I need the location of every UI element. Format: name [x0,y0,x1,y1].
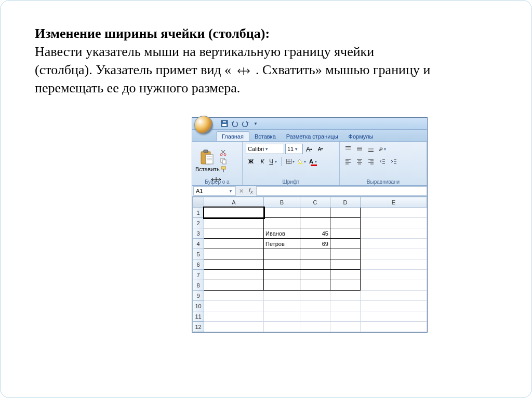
col-header-a[interactable]: A [204,197,264,208]
cell[interactable] [264,280,300,291]
select-all-corner[interactable] [193,197,204,208]
cell[interactable]: Петров [264,239,300,249]
cut-icon[interactable] [219,149,228,156]
cell[interactable] [330,208,361,218]
row-header[interactable]: 1 [193,208,204,218]
row-header[interactable]: 6 [193,259,204,270]
font-color-icon[interactable]: A ▾ [309,156,319,167]
save-icon[interactable] [220,119,229,128]
cell[interactable] [330,280,361,291]
cell[interactable] [361,249,427,259]
formula-input[interactable] [256,186,427,196]
cell[interactable] [361,270,427,280]
cell[interactable] [204,270,264,280]
col-header-e[interactable]: E [361,197,427,208]
cell[interactable] [300,280,330,291]
increase-indent-icon[interactable] [389,156,399,167]
cell[interactable] [300,218,330,228]
align-left-icon[interactable] [343,156,353,167]
tab-page-layout[interactable]: Разметка страницы [281,132,343,141]
cell[interactable] [204,301,264,311]
cell[interactable] [361,291,427,301]
cell[interactable] [330,249,361,259]
cell[interactable] [300,249,330,259]
fill-color-icon[interactable]: ▾ [297,156,308,167]
italic-button[interactable]: К [257,156,268,167]
cancel-icon[interactable]: ✕ [237,188,246,195]
shrink-font-icon[interactable]: A▾ [315,144,326,154]
underline-button[interactable]: Ч▾ [269,156,279,167]
cell[interactable] [361,280,427,291]
cell[interactable] [264,301,300,311]
qat-dropdown-icon[interactable]: ▼ [251,119,260,128]
cell[interactable] [204,239,264,249]
undo-icon[interactable] [231,119,239,128]
cell[interactable] [264,291,300,301]
cell[interactable] [204,322,264,332]
row-header[interactable]: 9 [193,291,204,301]
cell[interactable] [264,249,300,259]
row-header[interactable]: 5 [193,249,204,259]
worksheet[interactable]: A B C D E 1 2 3Иванов45 4Петров69 5 6 7 … [192,197,427,332]
grow-font-icon[interactable]: A▴ [304,144,314,154]
paste-button[interactable]: Вставить [195,149,218,172]
cell[interactable] [330,322,361,332]
fx-icon[interactable]: fx [246,187,256,195]
cell[interactable] [264,208,300,218]
borders-icon[interactable]: ▾ [286,156,296,167]
cell[interactable] [264,270,300,280]
align-middle-icon[interactable] [354,144,365,154]
copy-icon[interactable] [219,157,228,164]
cell[interactable] [264,322,300,332]
cell[interactable] [330,301,361,311]
cell[interactable] [330,311,361,322]
cell[interactable] [204,291,264,301]
tab-insert[interactable]: Вставка [249,132,281,141]
cell[interactable] [204,208,264,218]
cell[interactable]: 45 [300,228,330,239]
cell[interactable] [300,301,330,311]
cell[interactable] [330,218,361,228]
tab-home[interactable]: Главная [216,131,249,141]
font-size-combo[interactable]: 11▼ [285,144,303,154]
cell[interactable] [361,239,427,249]
cell[interactable] [300,291,330,301]
cell[interactable] [361,208,427,218]
cell[interactable] [361,228,427,239]
row-header[interactable]: 10 [193,301,204,311]
cell[interactable] [300,270,330,280]
cell[interactable] [204,228,264,239]
row-header[interactable]: 11 [193,311,204,322]
bold-button[interactable]: Ж [246,156,256,167]
cell[interactable] [361,322,427,332]
cell[interactable] [361,301,427,311]
cell[interactable] [204,249,264,259]
orientation-icon[interactable]: ab▾ [377,144,388,154]
cell[interactable] [361,259,427,270]
cell[interactable]: 69 [300,239,330,249]
cell[interactable] [264,311,300,322]
office-button[interactable] [194,116,213,134]
tab-formulas[interactable]: Формулы [343,132,379,141]
cell[interactable] [204,259,264,270]
redo-icon[interactable] [241,119,249,128]
cell[interactable] [264,218,300,228]
cell[interactable] [330,228,361,239]
decrease-indent-icon[interactable] [377,156,388,167]
cell[interactable] [330,259,361,270]
col-header-c[interactable]: C [300,197,330,208]
name-box[interactable]: A1▼ [193,186,236,196]
row-header[interactable]: 3 [193,228,204,239]
format-painter-icon[interactable] [219,166,228,173]
cell[interactable] [300,311,330,322]
cell[interactable] [300,259,330,270]
cell[interactable] [361,311,427,322]
cell[interactable] [204,280,264,291]
align-bottom-icon[interactable] [366,144,376,154]
cell[interactable] [300,208,330,218]
cell[interactable] [330,291,361,301]
col-header-d[interactable]: D [330,197,361,208]
font-name-combo[interactable]: Calibri▼ [246,144,284,154]
cell[interactable] [330,239,361,249]
cell[interactable] [330,270,361,280]
